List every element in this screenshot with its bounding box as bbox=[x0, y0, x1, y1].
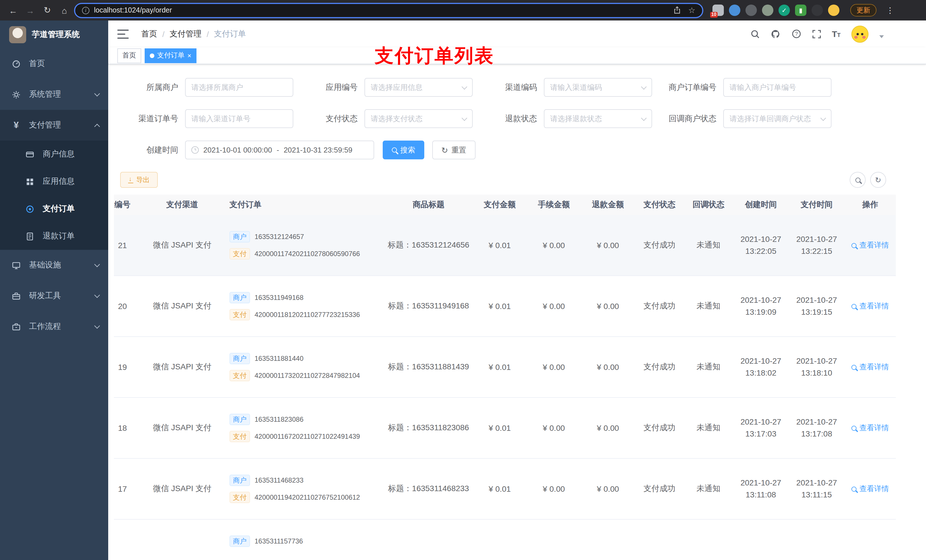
sidebar-item-refund-order[interactable]: 退款订单 bbox=[0, 222, 108, 250]
tab-home[interactable]: 首页 bbox=[117, 48, 141, 63]
view-detail-link[interactable]: 查看详情 bbox=[851, 484, 889, 494]
browser-menu-icon[interactable]: ⋮ bbox=[886, 6, 894, 15]
refresh-table-button[interactable]: ↻ bbox=[870, 172, 886, 188]
chevron-down-icon bbox=[461, 84, 467, 89]
extension-puzzle-icon[interactable]: 10 bbox=[713, 5, 724, 16]
sidebar-item-app-info[interactable]: 应用信息 bbox=[0, 168, 108, 195]
sidebar-item-home[interactable]: 首页 bbox=[0, 48, 108, 79]
view-detail-link[interactable]: 查看详情 bbox=[851, 362, 889, 372]
magnifier-icon bbox=[851, 365, 856, 370]
export-button[interactable]: 导出 bbox=[120, 172, 158, 188]
download-icon bbox=[128, 177, 133, 183]
navbar-actions: ? TT bbox=[750, 25, 917, 42]
extension-emoji-icon[interactable] bbox=[828, 5, 840, 16]
refund-status-input[interactable] bbox=[550, 115, 639, 123]
channel-order-no-input[interactable] bbox=[191, 115, 287, 123]
cell-product-title: 标题：1635311949168 bbox=[384, 276, 473, 337]
cell-notify-status bbox=[684, 519, 733, 560]
app-no-select-input[interactable] bbox=[371, 83, 459, 92]
cell-create-time: 2021-10-2713:11:08 bbox=[733, 459, 789, 519]
search-icon[interactable] bbox=[750, 29, 760, 38]
callback-status-select[interactable] bbox=[723, 109, 831, 128]
cell-refund-amount: ¥ 0.00 bbox=[581, 398, 635, 458]
callback-status-input[interactable] bbox=[729, 115, 818, 123]
magnifier-icon bbox=[851, 426, 856, 430]
sidebar-item-system[interactable]: 系统管理 bbox=[0, 79, 108, 110]
merchant-badge: 商户 bbox=[230, 231, 250, 242]
search-button[interactable]: 搜索 bbox=[383, 140, 424, 159]
channel-code-input[interactable] bbox=[550, 83, 639, 92]
merchant-select-input[interactable] bbox=[191, 83, 287, 92]
sidebar-item-pay-order[interactable]: 支付订单 bbox=[0, 195, 108, 222]
cell-product-title: 标题：1635311468233 bbox=[384, 459, 473, 519]
site-info-icon[interactable]: i bbox=[82, 6, 89, 14]
reset-button[interactable]: ↻ 重置 bbox=[432, 140, 475, 159]
font-size-icon[interactable]: TT bbox=[832, 29, 841, 39]
cell-refund-amount: ¥ 0.00 bbox=[581, 459, 635, 519]
merchant-order-line: 商户 1635311881440 bbox=[230, 353, 304, 364]
sidebar-toggle-icon[interactable] bbox=[117, 29, 129, 38]
grid-icon bbox=[25, 177, 35, 186]
browser-reload-button[interactable]: ↻ bbox=[40, 3, 54, 18]
view-detail-link[interactable]: 查看详情 bbox=[851, 423, 889, 433]
date-end: 2021-10-31 23:59:59 bbox=[284, 146, 352, 154]
extension-drop-icon[interactable] bbox=[729, 5, 740, 16]
breadcrumb-payment[interactable]: 支付管理 bbox=[170, 29, 201, 39]
logo-avatar bbox=[9, 26, 26, 43]
question-icon[interactable]: ? bbox=[791, 29, 801, 39]
table-row: 20 微信 JSAPI 支付 商户 1635311949168 支付 42000… bbox=[114, 276, 896, 337]
view-detail-link[interactable]: 查看详情 bbox=[851, 301, 889, 311]
avatar[interactable] bbox=[851, 25, 869, 42]
browser-update-button[interactable]: 更新 bbox=[850, 4, 876, 17]
toggle-search-button[interactable] bbox=[850, 172, 865, 188]
refund-status-select[interactable] bbox=[544, 109, 652, 128]
cell-pay-time: 2021-10-2713:17:08 bbox=[789, 398, 844, 458]
filter-merchant: 所属商户 bbox=[114, 78, 293, 97]
merchant-order-line: 商户 1635311468233 bbox=[230, 475, 304, 486]
cell-refund-amount bbox=[581, 519, 635, 560]
pay-status-select[interactable] bbox=[365, 109, 473, 128]
filter-refund-status: 退款状态 bbox=[473, 109, 652, 128]
logo[interactable]: 芋道管理系统 bbox=[0, 21, 108, 48]
pay-status-input[interactable] bbox=[371, 115, 459, 123]
extension-paw-icon[interactable] bbox=[811, 5, 823, 16]
channel-order-no-input-wrap[interactable] bbox=[185, 109, 293, 128]
close-tab-icon[interactable]: × bbox=[188, 52, 191, 59]
tab-pay-order[interactable]: 支付订单 × bbox=[145, 48, 197, 63]
channel-code-select[interactable] bbox=[544, 78, 652, 97]
magnifier-icon bbox=[851, 243, 856, 248]
gear-icon bbox=[11, 90, 21, 99]
github-icon[interactable] bbox=[770, 29, 781, 39]
extension-badge: 10 bbox=[710, 12, 717, 18]
merchant-order-no-input-wrap[interactable] bbox=[723, 78, 831, 97]
breadcrumb-home[interactable]: 首页 bbox=[141, 29, 157, 39]
app-no-select[interactable] bbox=[365, 78, 473, 97]
extension-circle-icon[interactable] bbox=[762, 5, 773, 16]
bookmark-star-icon[interactable]: ☆ bbox=[688, 6, 695, 15]
create-time-range-picker[interactable]: 2021-10-01 00:00:00 - 2021-10-31 23:59:5… bbox=[185, 140, 374, 159]
browser-back-button[interactable]: ← bbox=[6, 3, 21, 18]
fullscreen-icon[interactable] bbox=[812, 29, 821, 38]
cell-fee-amount bbox=[527, 519, 581, 560]
extension-chat-icon[interactable]: ▮ bbox=[795, 5, 806, 16]
avatar-caret-icon[interactable] bbox=[879, 35, 884, 38]
merchant-select[interactable] bbox=[185, 78, 293, 97]
extension-check-icon[interactable]: ✓ bbox=[779, 5, 790, 16]
chevron-down-icon bbox=[641, 84, 647, 89]
sidebar-item-infrastructure[interactable]: 基础设施 bbox=[0, 250, 108, 281]
sidebar-item-payment[interactable]: ¥ 支付管理 bbox=[0, 110, 108, 140]
share-icon[interactable] bbox=[673, 6, 681, 14]
sidebar-item-dev-tools[interactable]: 研发工具 bbox=[0, 281, 108, 311]
extension-globe-icon[interactable] bbox=[746, 5, 757, 16]
sidebar-item-merchant-info[interactable]: 商户信息 bbox=[0, 140, 108, 168]
cell-fee-amount: ¥ 0.00 bbox=[527, 459, 581, 519]
browser-home-button[interactable]: ⌂ bbox=[57, 3, 72, 18]
cell-product-title: 标题：1635312124656 bbox=[384, 215, 473, 275]
browser-forward-button[interactable]: → bbox=[23, 3, 38, 18]
sidebar-item-workflow[interactable]: 工作流程 bbox=[0, 311, 108, 342]
merchant-order-no-input[interactable] bbox=[729, 83, 825, 92]
url-text[interactable]: localhost:1024/pay/order bbox=[94, 6, 172, 14]
url-bar[interactable]: i localhost:1024/pay/order ☆ bbox=[74, 3, 703, 18]
view-detail-link[interactable]: 查看详情 bbox=[851, 240, 889, 251]
cell-pay-status: 支付成功 bbox=[635, 215, 684, 275]
